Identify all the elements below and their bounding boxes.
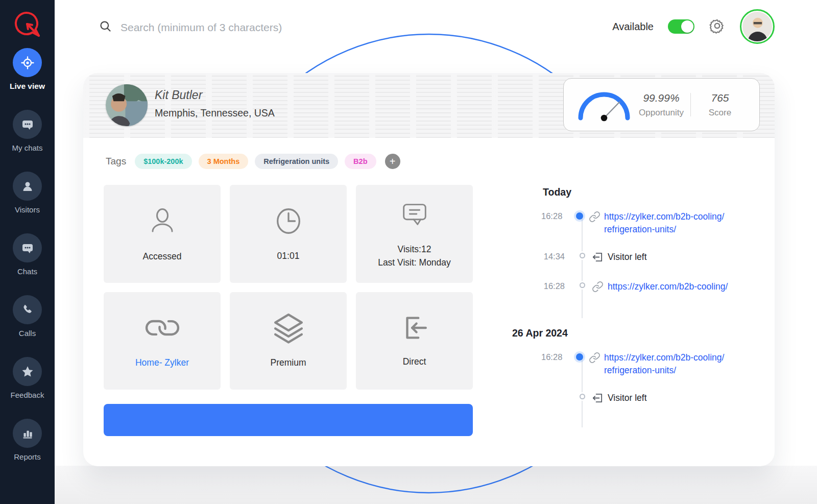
event-link[interactable]: https://zylker.com/b2b-cooling/refrigera… [604, 210, 762, 235]
tags-label: Tags [106, 156, 126, 167]
primary-action-button[interactable] [104, 404, 473, 436]
filled-dot-icon [576, 212, 583, 220]
hollow-dot-icon [580, 253, 585, 258]
visitor-identity: Kit Butler Memphis, Tennessee, USA [155, 88, 275, 119]
message-lines-icon [399, 199, 430, 232]
opportunity-score-panel: 99.99% Opportunity 765 Score [563, 78, 760, 131]
sidebar-item-my-chats[interactable]: My chats [0, 110, 55, 172]
opportunity-value: 99.99% [643, 92, 679, 104]
timeline-section-26-apr: 26 Apr 2024 16:28 https://zylker.com/b2b… [512, 327, 762, 406]
timeline-heading: 26 Apr 2024 [512, 327, 762, 339]
sidebar-item-visitors[interactable]: Visitors [0, 172, 55, 233]
chat-bubble-icon [13, 110, 42, 139]
accessed-label: Accessed [143, 250, 182, 263]
score-value: 765 [711, 92, 729, 104]
sidebar-item-label: Chats [17, 267, 37, 276]
event-time: 16:28 [512, 210, 571, 221]
event-time: 16:28 [512, 351, 571, 362]
event-marker [577, 280, 587, 288]
visitor-info-grid: Accessed 01:01 Visits:12 Last Visit: Mon… [104, 185, 473, 390]
search-bar [99, 19, 386, 35]
plan-card: Premium [230, 292, 347, 390]
search-input[interactable] [121, 21, 386, 34]
landing-page-link[interactable]: Home- Zylker [135, 356, 189, 369]
add-tag-button[interactable]: + [385, 154, 400, 169]
sign-in-icon [400, 313, 429, 345]
toggle-knob [681, 20, 693, 33]
sidebar-item-label: Visitors [15, 205, 40, 214]
event-time: 14:34 [512, 251, 573, 261]
visits-card: Visits:12 Last Visit: Monday [356, 185, 473, 283]
target-icon [13, 48, 42, 77]
event-marker [577, 392, 587, 399]
sidebar-item-reports[interactable]: Reports [0, 419, 55, 481]
score-metric: 765 Score [691, 92, 749, 118]
event-link[interactable]: https://zylker.com/b2b-cooling/refrigera… [604, 351, 762, 376]
availability-toggle[interactable] [668, 19, 694, 34]
sidebar-nav: Live view My chats Visitors [0, 48, 55, 481]
phone-icon [13, 295, 42, 324]
link-icon [587, 280, 608, 295]
hollow-dot-icon [580, 394, 585, 399]
search-icon [99, 19, 112, 35]
link-icon [584, 351, 604, 366]
event-label: Visitor left [608, 392, 647, 404]
sidebar-item-label: Calls [19, 329, 36, 338]
visitor-name: Kit Butler [155, 88, 275, 102]
event-marker [577, 251, 587, 258]
clock-icon [273, 205, 304, 239]
event-link[interactable]: https://zylker.com/b2b-cooling/ [608, 280, 728, 293]
exit-icon [587, 392, 608, 406]
tag-product[interactable]: Refrigeration units [255, 154, 338, 169]
traffic-source-card: Direct [356, 292, 473, 390]
timeline-event: Visitor left [512, 392, 762, 406]
last-visit: Last Visit: Monday [378, 256, 451, 269]
topbar-controls: Available [612, 0, 775, 53]
timeline-event: 16:28 https://zylker.com/b2b-cooling/ref… [512, 351, 762, 376]
sidebar-item-calls[interactable]: Calls [0, 295, 55, 357]
tag-duration[interactable]: 3 Months [199, 154, 249, 169]
timeline-event: 16:28 https://zylker.com/b2b-cooling/ [512, 280, 762, 295]
sidebar-item-live-view[interactable]: Live view [0, 48, 55, 110]
event-time [512, 392, 573, 393]
timeline-heading: Today [543, 186, 762, 198]
sidebar-item-label: Feedback [11, 391, 44, 399]
filled-dot-icon [576, 353, 583, 361]
score-label: Score [709, 108, 731, 118]
visitor-detail-card: Kit Butler Memphis, Tennessee, USA 99.99… [83, 73, 775, 466]
hollow-dot-icon [580, 282, 585, 288]
link-chain-icon [147, 312, 178, 346]
availability-label: Available [612, 21, 654, 33]
link-icon [584, 210, 604, 225]
opportunity-metric: 99.99% Opportunity [632, 92, 690, 118]
sidebar-item-label: My chats [12, 143, 42, 152]
opportunity-label: Opportunity [639, 108, 684, 118]
tags-row: Tags $100k-200k 3 Months Refrigeration u… [106, 154, 400, 169]
salesiq-logo [11, 8, 44, 41]
event-label: Visitor left [608, 251, 647, 263]
timeline-event: 16:28 https://zylker.com/b2b-cooling/ref… [512, 210, 762, 235]
star-icon [13, 357, 42, 386]
sidebar-item-feedback[interactable]: Feedback [0, 357, 55, 419]
sidebar-item-label: Live view [10, 82, 45, 91]
sidebar-item-chats[interactable]: Chats [0, 233, 55, 295]
user-avatar[interactable] [740, 9, 775, 44]
accessed-card: Accessed [104, 185, 221, 283]
sidebar-item-label: Reports [14, 452, 41, 461]
bar-chart-icon [13, 419, 42, 448]
chat-bubble-icon [13, 233, 42, 262]
event-time: 16:28 [512, 280, 573, 291]
visitor-location: Memphis, Tennessee, USA [155, 107, 275, 119]
tag-budget[interactable]: $100k-200k [135, 154, 191, 169]
landing-page-card: Home- Zylker [104, 292, 221, 390]
layers-icon [273, 312, 304, 346]
visitor-avatar [106, 84, 148, 126]
time-on-site-card: 01:01 [230, 185, 347, 283]
exit-icon [587, 251, 608, 265]
person-outline-icon [146, 205, 179, 239]
event-marker [574, 210, 584, 220]
plan-label: Premium [270, 356, 306, 369]
gear-icon[interactable] [709, 17, 726, 36]
tag-segment[interactable]: B2b [345, 154, 376, 169]
visits-count: Visits:12 [398, 243, 431, 256]
